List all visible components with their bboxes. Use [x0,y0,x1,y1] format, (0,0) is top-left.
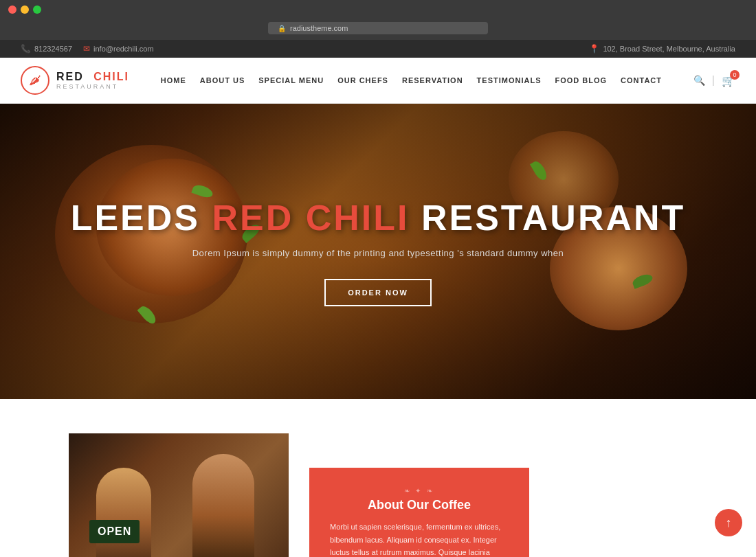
hero-title-leeds: LEEDS [71,198,200,238]
nav-links: HOME ABOUT US SPECIAL MENU OUR CHEFS RES… [161,76,662,84]
logo[interactable]: 🌶 RED CHILI RESTAURANT [21,66,129,95]
logo-text: RED CHILI RESTAURANT [56,71,129,90]
nav-divider: | [712,74,715,87]
hero-content: LEEDS RED CHILI RESTAURANT Dorem Ipsum i… [71,197,686,306]
hero-title-red-chili: RED CHILI [212,198,421,238]
browser-chrome: 🔒 radiustheme.com [0,0,756,40]
address-bar-container: 🔒 radiustheme.com [0,19,756,40]
logo-title: RED CHILI [56,71,129,83]
address-text: 102, Broad Street, Melbourne, Australia [603,45,735,53]
lock-icon: 🔒 [278,25,286,32]
person-figure-2 [192,454,254,557]
hero-title: LEEDS RED CHILI RESTAURANT [71,197,686,238]
scroll-top-button[interactable]: ↑ [715,509,742,536]
email-icon: ✉ [83,44,90,54]
phone-info: 📞 812324567 [21,44,72,54]
nav-reservation[interactable]: RESERVATION [402,76,463,84]
logo-icon: 🌶 [21,66,49,95]
address-text: radiustheme.com [290,24,348,32]
cart-badge: 0 [730,70,740,80]
search-icon[interactable]: 🔍 [693,75,705,86]
about-box-text: Morbi ut sapien scelerisque, fermentum e… [330,521,509,557]
email-address: info@redchili.com [93,45,154,53]
hero-subtitle: Dorem Ipsum is simply dummy of the print… [71,248,686,258]
location-icon: 📍 [589,44,599,54]
location-info: 📍 102, Broad Street, Melbourne, Australi… [589,44,735,54]
nav-special-menu[interactable]: SPECIAL MENU [258,76,324,84]
nav-icons: 🔍 | 🛒 0 [693,74,735,87]
about-image: OPEN [69,433,289,557]
order-now-button[interactable]: ORDER NOW [324,279,432,306]
nav-contact[interactable]: CONTACT [621,76,662,84]
about-section: OPEN ❧ ✦ ❧ About Our Coffee Morbi ut sap… [69,433,687,557]
about-box-title: About Our Coffee [330,498,509,512]
about-section-wrapper: OPEN ❧ ✦ ❧ About Our Coffee Morbi ut sap… [0,399,756,557]
nav-testimonials[interactable]: TESTIMONIALS [477,76,542,84]
phone-icon: 📞 [21,44,31,54]
minimize-button[interactable] [21,5,29,14]
nav-about[interactable]: ABOUT US [200,76,245,84]
about-deco-top: ❧ ✦ ❧ [330,487,509,495]
phone-number: 812324567 [34,45,72,53]
main-nav: 🌶 RED CHILI RESTAURANT HOME ABOUT US SPE… [0,58,756,104]
logo-subtitle: RESTAURANT [56,83,129,90]
hero-section: LEEDS RED CHILI RESTAURANT Dorem Ipsum i… [0,104,756,399]
open-sign: OPEN [89,520,140,543]
close-button[interactable] [8,5,16,14]
nav-home[interactable]: HOME [161,76,186,84]
logo-red: RED [56,71,84,83]
top-info-bar: 📞 812324567 ✉ info@redchili.com 📍 102, B… [0,40,756,58]
hero-title-restaurant: RESTAURANT [421,198,685,238]
address-bar[interactable]: 🔒 radiustheme.com [268,22,488,34]
window-controls [0,0,756,19]
logo-chili: CHILI [93,71,129,83]
about-info-box: ❧ ✦ ❧ About Our Coffee Morbi ut sapien s… [309,468,529,557]
email-info: ✉ info@redchili.com [83,44,154,54]
maximize-button[interactable] [33,5,41,14]
nav-food-blog[interactable]: FOOD BLOG [555,76,607,84]
cart-button[interactable]: 🛒 0 [722,74,735,87]
top-info-right: 📍 102, Broad Street, Melbourne, Australi… [589,44,735,54]
top-info-left: 📞 812324567 ✉ info@redchili.com [21,44,154,54]
nav-chefs[interactable]: OUR CHEFS [337,76,388,84]
person-figure-1 [96,468,151,557]
